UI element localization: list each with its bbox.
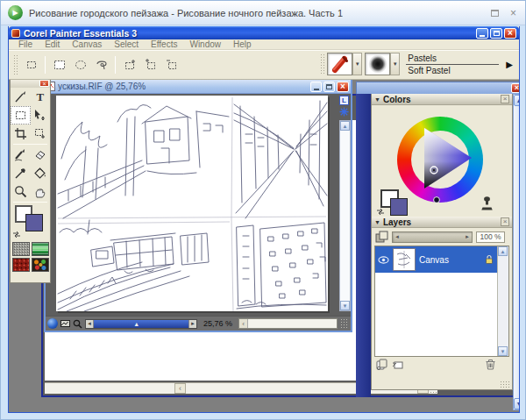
zoom-slider-track[interactable]: ▲ [94,320,188,328]
tool-crop[interactable] [11,125,31,143]
tool-selection-adjuster[interactable] [31,125,51,143]
add-selection-button[interactable] [140,55,160,75]
document-vscrollbar[interactable]: ▲ ▼ [339,120,351,311]
swap-colors-icon[interactable] [376,208,385,216]
menu-select[interactable]: Select [108,39,145,49]
outer-close-button[interactable]: × [507,7,520,18]
layer-opacity-value[interactable]: 100 % [476,231,505,243]
pattern-swatch[interactable] [12,258,30,272]
page-info-icon[interactable]: L [339,96,349,105]
tool-layer-adjuster[interactable] [31,106,51,125]
zoom-out-button[interactable]: ◄ [86,320,94,328]
collapse-triangle-icon[interactable]: ▼ [374,219,380,225]
minimize-button[interactable] [476,28,488,39]
layer-visibility-eye-icon[interactable] [378,256,389,264]
paper-texture-swatch[interactable] [12,242,30,256]
tool-rectangular-selection[interactable] [11,106,31,125]
swap-colors-icon[interactable] [12,231,21,238]
layers-panel-close-button[interactable]: × [501,217,509,226]
play-icon: ▶ [8,5,23,20]
tool-paint-bucket[interactable] [31,164,51,182]
outer-maximize-button[interactable] [488,7,501,18]
layer-list-scrollbar[interactable]: ▲ ▼ [497,246,508,356]
palette-resize-grip[interactable] [500,381,510,388]
colors-panel-close-button[interactable]: × [501,95,509,103]
slider-right-arrow-icon[interactable]: ► [465,234,470,239]
hue-marker[interactable] [434,197,440,203]
brush-category-label[interactable]: Pastels [406,53,499,65]
document-close-button[interactable]: × [337,82,349,92]
menu-effects[interactable]: Effects [145,39,183,49]
drawing-modes-icon[interactable] [60,319,70,328]
scroll-left-button[interactable]: ‹ [174,383,186,394]
zoom-slider-thumb[interactable]: ▲ [133,320,139,328]
tool-eraser[interactable] [31,146,51,164]
scroll-up-button[interactable]: ▲ [514,95,519,106]
document-minimize-button[interactable] [310,82,322,92]
colors-panel-header[interactable]: ▼ Colors × [372,94,512,105]
magnifier-icon[interactable] [73,319,82,329]
oval-marquee-button[interactable] [70,55,90,75]
collapse-triangle-icon[interactable]: ▼ [374,96,380,103]
toolbox-titlebar[interactable]: × [11,80,50,88]
document-resize-grip[interactable] [340,318,349,329]
new-selection-button[interactable] [119,55,139,75]
maximize-button[interactable] [490,28,502,39]
brush-category-dropdown[interactable]: ▼ [352,53,362,75]
tool-brush[interactable] [11,88,31,106]
scroll-left-button[interactable]: ‹ [239,319,248,328]
document-titlebar[interactable]: ускизы.RIF @ 25,76% × [46,80,351,94]
menu-edit[interactable]: Edit [39,39,66,49]
tool-magnifier[interactable] [11,182,31,201]
secondary-color-swatch[interactable] [25,214,43,231]
zoom-in-button[interactable]: ► [188,320,196,328]
tracker-star-icon[interactable] [339,107,349,117]
brush-variant-label[interactable]: Soft Pastel [406,65,499,75]
subtract-selection-button[interactable] [161,55,181,75]
gradient-swatch[interactable] [32,242,49,256]
tool-dropper[interactable] [11,164,31,182]
close-button[interactable]: × [504,28,516,39]
chevron-down-icon: ▼ [343,303,348,309]
tool-oil-brush[interactable] [11,146,31,164]
layer-row-canvas[interactable]: Canvas [375,246,508,273]
brush-flyout-button[interactable]: ▶ [506,60,513,69]
tool-grabber-hand[interactable] [31,182,51,201]
toolbar-grip[interactable] [13,54,18,75]
layer-commands-icon[interactable] [375,231,388,243]
pastel-brush-icon [330,54,351,74]
new-layer-icon[interactable] [392,359,404,370]
menu-file[interactable]: File [12,39,39,49]
menu-help[interactable]: Help [227,39,258,49]
delete-layer-trash-icon[interactable] [486,359,495,370]
menu-window[interactable]: Window [183,39,227,49]
tool-text[interactable]: T [31,88,51,106]
background-document-close-button[interactable]: × [511,83,519,93]
hue-wheel[interactable] [397,117,483,203]
duplicate-layer-icon[interactable] [376,359,388,370]
brush-variant-dropdown[interactable]: ▼ [390,53,400,75]
selection-tool-button[interactable] [21,55,41,75]
toolbox-close-button[interactable]: × [39,80,49,87]
scroll-down-button[interactable]: ▼ [514,398,519,409]
nozzle-swatch[interactable] [32,258,49,272]
zoom-slider[interactable]: ◄ ▲ ► [85,319,197,329]
scroll-up-button[interactable]: ▲ [340,121,350,131]
brush-category-button[interactable] [327,53,352,75]
background-document-vscrollbar[interactable]: ▲ ▼ [513,94,519,410]
brush-selector-grip[interactable] [320,53,324,75]
scroll-down-button[interactable]: ▼ [498,346,508,356]
slider-left-arrow-icon[interactable]: ◄ [394,234,400,239]
drawing-canvas[interactable] [56,96,328,311]
layer-opacity-slider[interactable]: ◄ ► [392,231,473,243]
rect-marquee-button[interactable] [49,55,69,75]
document-maximize-button[interactable] [323,82,335,92]
scroll-up-button[interactable]: ▲ [498,246,508,256]
menu-canvas[interactable]: Canvas [66,39,108,49]
navigator-sphere-icon[interactable] [47,318,58,329]
brush-variant-button[interactable] [365,53,390,75]
layers-panel-header[interactable]: ▼ Layers × [372,217,512,228]
document-hscrollbar[interactable]: ‹ [238,318,338,329]
lasso-button[interactable] [91,55,111,75]
scroll-down-button[interactable]: ▼ [340,301,350,310]
